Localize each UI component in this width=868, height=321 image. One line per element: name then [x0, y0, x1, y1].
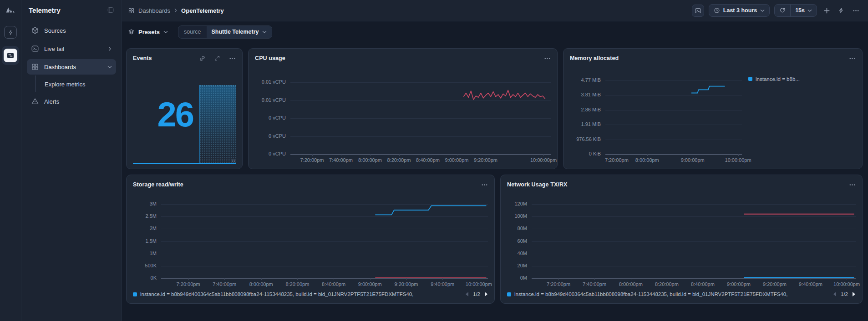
refresh-icon — [779, 7, 786, 14]
grid-line — [290, 100, 551, 101]
panel-menu-button[interactable] — [481, 181, 488, 188]
active-rail-slot — [2, 46, 19, 65]
logs-icon — [6, 51, 15, 60]
x-tick-label: 9:00:00pm — [358, 281, 382, 287]
x-tick-label: 7:40:00pm — [583, 281, 606, 287]
sidebar-item-label: Explore metrics — [45, 81, 86, 88]
sidebar-collapse-button[interactable] — [106, 5, 115, 15]
main-content: Presets source Shuttle Telemetry Events — [122, 22, 868, 321]
y-tick-label: 60M — [518, 238, 527, 244]
sidebar-item-live-tail[interactable]: Live tail — [27, 41, 116, 56]
presets-dropdown[interactable]: Presets — [128, 29, 168, 35]
chart-legend: instance.id = b8b949d400364c5ab11bb80809… — [133, 290, 488, 299]
grid-line — [290, 82, 551, 83]
telemetry-rail-button[interactable] — [4, 49, 17, 62]
clock-icon — [714, 7, 720, 14]
alert-triangle-icon — [31, 97, 39, 105]
x-tick-label: 9:20:00pm — [395, 281, 418, 287]
axiom-logo-icon[interactable] — [5, 4, 16, 16]
topbar-controls: Last 3 hours 15s — [692, 4, 861, 17]
series-lines — [290, 65, 551, 155]
terminal-icon — [31, 45, 39, 53]
grid-line — [161, 229, 488, 229]
x-tick-label: 8:00:00pm — [249, 281, 273, 287]
network-chart: 120M100M80M60M40M20M0M 7:20:00pm7:40:00p… — [507, 191, 856, 299]
y-tick-label: 4.77 MiB — [581, 77, 601, 83]
legend-page-indicator: 1/2 — [473, 291, 480, 297]
ellipsis-icon — [849, 55, 856, 62]
storage-chart: 3M2.5M2M1.5M1M500K0K 7:20:00pm7:40:00pm8… — [133, 191, 488, 299]
y-tick-label: 40M — [518, 251, 527, 256]
panel-menu-button[interactable] — [848, 55, 856, 62]
x-axis-labels: 7:20:00pm8:00:00pm9:00:00pm10:00:00pm — [570, 155, 856, 164]
x-axis-labels: 7:20:00pm7:40:00pm8:00:00pm8:20:00pm8:40… — [255, 155, 551, 164]
grid-line — [532, 266, 856, 266]
series-line-memory-allocated — [691, 86, 725, 93]
plot-area — [532, 191, 856, 279]
bolt-icon — [838, 7, 844, 14]
y-tick-label: 20M — [518, 263, 527, 268]
sidebar-item-dashboards[interactable]: Dashboards — [27, 59, 116, 75]
x-tick-label: 10:00:00pm — [530, 157, 557, 163]
chart-legend: instance.id = b8b949d400364c5ab11bb80809… — [507, 290, 856, 299]
y-tick-label: 2.5M — [146, 213, 157, 219]
sidebar-item-sources[interactable]: Sources — [27, 23, 116, 38]
dashboards-grid-icon — [128, 7, 135, 14]
flash-rail-button[interactable] — [4, 26, 17, 39]
time-range-button[interactable]: Last 3 hours — [709, 4, 770, 17]
events-baseline — [133, 163, 236, 164]
x-tick-label: 7:40:00pm — [329, 157, 353, 163]
refresh-interval-label: 15s — [795, 7, 805, 14]
presets-label: Presets — [138, 29, 160, 35]
legend-swatch — [748, 77, 752, 81]
y-tick-label: 3.81 MiB — [581, 92, 601, 97]
x-tick-label: 7:20:00pm — [177, 281, 200, 287]
panel-menu-button[interactable] — [848, 181, 856, 188]
source-filter-chip[interactable]: source Shuttle Telemetry — [178, 25, 273, 39]
legend-next-button[interactable] — [852, 292, 856, 296]
memory-chart: 4.77 MiB3.81 MiB2.86 MiB1.91 MiB976.56 K… — [570, 65, 856, 164]
series-line-storage-read — [375, 206, 486, 215]
legend-prev-button[interactable] — [465, 292, 469, 296]
legend-label[interactable]: instance.id = b8b... — [756, 76, 800, 82]
network-usage-panel: Network Usage TX/RX 120M100M80M60M40M20M… — [500, 175, 863, 304]
more-button[interactable] — [851, 5, 861, 15]
console-toggle-button[interactable] — [692, 5, 704, 17]
panel-menu-button[interactable] — [228, 55, 236, 62]
y-tick-label: 0 vCPU — [269, 115, 286, 120]
y-tick-label: 500K — [145, 263, 157, 268]
panel-menu-button[interactable] — [543, 55, 551, 62]
resize-handle-icon[interactable] — [232, 159, 235, 163]
cpu-usage-panel: CPU usage 0.01 vCPU0.01 vCPU0 vCPU0 vCPU… — [248, 48, 558, 169]
legend-label[interactable]: instance.id = b8b949d400364c5ab11bb80809… — [514, 291, 787, 297]
legend-next-button[interactable] — [484, 292, 488, 296]
y-tick-label: 1.5M — [146, 238, 157, 244]
breadcrumb-dashboards-link[interactable]: Dashboards — [138, 7, 170, 14]
y-tick-label: 3M — [150, 201, 157, 206]
panel-title: Events — [133, 55, 152, 61]
grid-line — [532, 204, 856, 205]
expand-button[interactable] — [213, 55, 221, 62]
legend-prev-button[interactable] — [833, 292, 837, 296]
sidebar-item-alerts[interactable]: Alerts — [27, 94, 116, 109]
x-tick-label: 7:20:00pm — [547, 281, 570, 287]
x-tick-label: 9:20:00pm — [474, 157, 497, 163]
flash-query-button[interactable] — [836, 5, 846, 15]
y-tick-label: 1.91 MiB — [581, 121, 601, 127]
copy-link-button[interactable] — [198, 55, 206, 62]
x-tick-label: 10:00:00pm — [833, 281, 860, 287]
y-axis-labels: 120M100M80M60M40M20M0M — [507, 191, 532, 279]
grid-line — [532, 216, 856, 217]
x-tick-label: 8:20:00pm — [387, 157, 411, 163]
grid-line — [605, 80, 742, 81]
panel-title: Storage read/write — [133, 181, 183, 188]
refresh-interval-button[interactable]: 15s — [791, 5, 817, 16]
chevron-down-icon — [262, 30, 267, 34]
sidebar-item-explore-metrics[interactable]: Explore metrics — [27, 77, 116, 91]
source-filter-key: source — [178, 26, 207, 38]
plot-area — [290, 65, 551, 155]
grid-line — [532, 241, 856, 242]
add-panel-button[interactable] — [822, 5, 832, 15]
legend-label[interactable]: instance.id = b8b949d400364c5ab11bb80809… — [140, 291, 413, 297]
refresh-button[interactable] — [775, 5, 791, 16]
